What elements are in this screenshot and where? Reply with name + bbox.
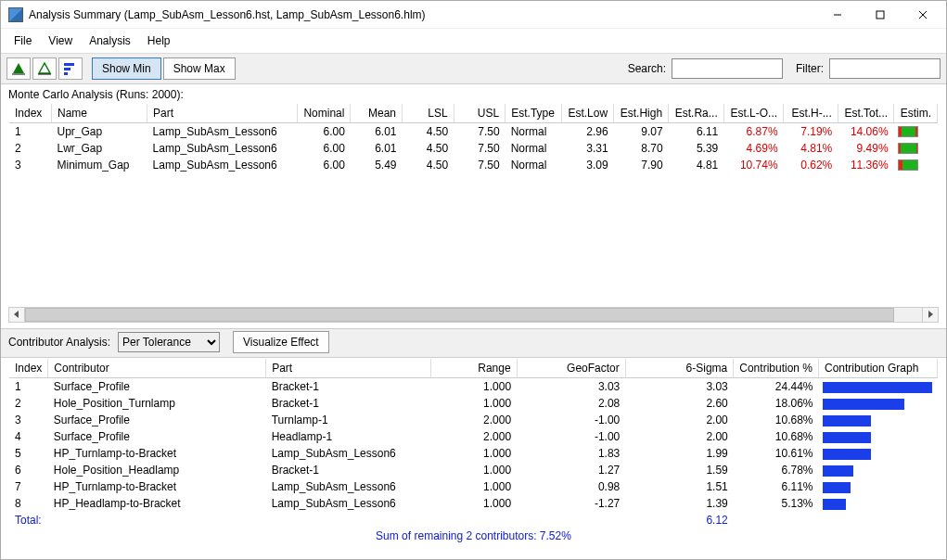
- contributor-col-header[interactable]: Contributor: [48, 359, 266, 377]
- chart-down-icon[interactable]: [6, 57, 31, 80]
- toolbar: Show Min Show Max Search: Filter:: [1, 53, 946, 84]
- remaining-contributors: Sum of remaining 2 contributors: 7.52%: [1, 526, 946, 559]
- table-row[interactable]: 1Surface_ProfileBracket-11.0003.033.0324…: [9, 377, 938, 395]
- mc-col-header[interactable]: Est.High: [614, 104, 669, 122]
- scroll-left-icon[interactable]: [9, 308, 25, 323]
- filter-input[interactable]: [829, 58, 941, 79]
- mc-col-header[interactable]: Part: [147, 104, 298, 122]
- svg-rect-9: [64, 68, 70, 70]
- mc-col-header[interactable]: USL: [454, 104, 505, 122]
- svg-marker-11: [14, 311, 19, 318]
- contributor-mode-select[interactable]: Per Tolerance: [118, 332, 220, 352]
- svg-rect-8: [64, 63, 74, 66]
- svg-marker-4: [13, 63, 24, 73]
- table-row[interactable]: 7HP_Turnlamp-to-BracketLamp_SubAsm_Lesso…: [9, 478, 938, 495]
- search-input[interactable]: [672, 58, 783, 79]
- contribution-bar: [823, 382, 932, 393]
- mc-heading: Monte Carlo Analysis (Runs: 2000):: [1, 84, 946, 103]
- contributor-col-header[interactable]: Contribution Graph: [819, 359, 938, 377]
- svg-rect-10: [64, 72, 68, 75]
- table-row[interactable]: 4Surface_ProfileHeadlamp-12.000-1.002.00…: [9, 428, 938, 445]
- menu-file[interactable]: File: [6, 32, 39, 49]
- scroll-right-icon[interactable]: [922, 308, 938, 323]
- contributor-col-header[interactable]: Part: [266, 359, 431, 377]
- table-row[interactable]: 1Upr_GapLamp_SubAsm_Lesson66.006.014.507…: [9, 122, 938, 140]
- svg-rect-1: [877, 11, 884, 19]
- menu-view[interactable]: View: [41, 32, 80, 49]
- mc-col-header[interactable]: LSL: [403, 104, 454, 122]
- mc-table: IndexNamePartNominalMeanLSLUSLEst.TypeEs…: [8, 103, 939, 303]
- svg-marker-12: [928, 311, 933, 318]
- bars-icon[interactable]: [58, 57, 83, 80]
- maximize-button[interactable]: [859, 1, 902, 29]
- contributor-label: Contributor Analysis:: [8, 336, 110, 349]
- app-icon: [8, 7, 23, 22]
- menu-bar: File View Analysis Help: [1, 29, 946, 53]
- contributor-col-header[interactable]: Index: [9, 359, 48, 377]
- mc-col-header[interactable]: Index: [9, 104, 51, 122]
- window-title: Analysis Summary (Lamp_SubAsm_Lesson6.hs…: [29, 8, 816, 21]
- filter-label: Filter:: [796, 62, 824, 75]
- mc-col-header[interactable]: Est.Type: [505, 104, 562, 122]
- mc-col-header[interactable]: Est.Ra...: [669, 104, 724, 122]
- mc-col-header[interactable]: Name: [51, 104, 147, 122]
- contribution-bar: [823, 449, 871, 460]
- contributor-col-header[interactable]: Range: [431, 359, 517, 377]
- contribution-bar: [823, 432, 871, 443]
- contribution-bar: [823, 482, 851, 493]
- show-min-button[interactable]: Show Min: [92, 57, 161, 80]
- search-label: Search:: [628, 62, 666, 75]
- table-row[interactable]: 6Hole_Position_HeadlampBracket-11.0001.2…: [9, 462, 938, 478]
- mc-col-header[interactable]: Mean: [351, 104, 403, 122]
- table-row[interactable]: 3Minimum_GapLamp_SubAsm_Lesson66.005.494…: [9, 157, 938, 173]
- contributor-col-header[interactable]: 6-Sigma: [625, 359, 733, 377]
- show-max-button[interactable]: Show Max: [163, 57, 236, 80]
- chart-up-icon[interactable]: [32, 57, 57, 80]
- close-button[interactable]: [902, 1, 944, 29]
- svg-marker-6: [39, 63, 50, 73]
- mc-col-header[interactable]: Est.Tot...: [838, 104, 893, 122]
- menu-help[interactable]: Help: [140, 32, 178, 49]
- mc-col-header[interactable]: Nominal: [297, 104, 351, 122]
- horizontal-scrollbar[interactable]: [8, 307, 939, 324]
- mc-col-header[interactable]: Estim.: [894, 104, 938, 122]
- table-row[interactable]: 3Surface_ProfileTurnlamp-12.000-1.002.00…: [9, 412, 938, 428]
- title-bar: Analysis Summary (Lamp_SubAsm_Lesson6.hs…: [1, 1, 946, 29]
- table-row[interactable]: 5HP_Turnlamp-to-BracketLamp_SubAsm_Lesso…: [9, 445, 938, 462]
- table-row[interactable]: 8HP_Headlamp-to-BracketLamp_SubAsm_Lesso…: [9, 495, 938, 512]
- contribution-bar: [823, 399, 904, 410]
- table-row[interactable]: 2Lwr_GapLamp_SubAsm_Lesson66.006.014.507…: [9, 140, 938, 157]
- mc-col-header[interactable]: Est.L-O...: [723, 104, 783, 122]
- contributor-controls: Contributor Analysis: Per Tolerance Visu…: [1, 328, 946, 358]
- table-row[interactable]: 2Hole_Position_TurnlampBracket-11.0002.0…: [9, 395, 938, 412]
- contribution-bar: [823, 499, 846, 510]
- contribution-bar: [823, 465, 853, 477]
- minimize-button[interactable]: [816, 1, 859, 29]
- contributor-col-header[interactable]: GeoFactor: [517, 359, 625, 377]
- visualize-effect-button[interactable]: Visualize Effect: [233, 331, 329, 353]
- totals-row: Total:6.12: [9, 512, 938, 526]
- contributor-col-header[interactable]: Contribution %: [734, 359, 819, 377]
- mc-col-header[interactable]: Est.Low: [561, 104, 613, 122]
- contributor-table: IndexContributorPartRangeGeoFactor6-Sigm…: [8, 358, 939, 526]
- menu-analysis[interactable]: Analysis: [82, 32, 138, 49]
- contribution-bar: [823, 415, 871, 426]
- mc-col-header[interactable]: Est.H-...: [784, 104, 838, 122]
